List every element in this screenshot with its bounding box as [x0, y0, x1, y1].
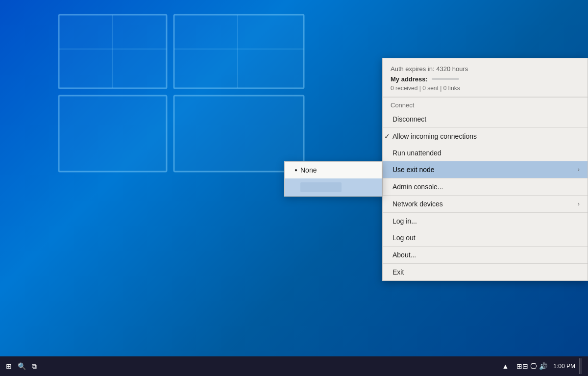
none-label: None [300, 166, 317, 174]
device-label [300, 182, 342, 192]
none-item[interactable]: ● None [285, 162, 382, 178]
clock-time: 1:00 PM [553, 362, 575, 371]
search-icon[interactable]: 🔍 [16, 360, 28, 372]
desktop: Auth expires in: 4320 hours My address: … [0, 0, 588, 376]
network-devices-label: Network devices [392, 200, 578, 208]
show-desktop-button[interactable] [579, 358, 582, 374]
run-unattended-label: Run unattended [392, 149, 580, 157]
svg-rect-1 [174, 15, 304, 88]
about-item[interactable]: About... [383, 247, 588, 263]
taskbar-volume-icon[interactable]: 🔊 [539, 362, 547, 370]
task-view-icon[interactable]: ⧉ [30, 360, 39, 373]
svg-rect-3 [174, 96, 304, 172]
taskbar-icons-group: ⊞⊟ 🖵 🔊 [514, 360, 549, 372]
connection-stats: 0 received | 0 sent | 0 links [391, 85, 580, 92]
disconnect-label: Disconnect [392, 115, 580, 123]
device-item[interactable] [285, 178, 382, 196]
taskbar-left: ⊞ 🔍 ⧉ [4, 360, 39, 373]
start-button[interactable]: ⊞ [4, 360, 14, 372]
menu-header: Auth expires in: 4320 hours My address: … [383, 58, 588, 97]
my-address-value [432, 78, 459, 80]
svg-rect-2 [59, 96, 167, 172]
use-exit-node-item[interactable]: Use exit node › ● None [383, 161, 588, 178]
network-devices-arrow-icon: › [578, 201, 580, 207]
exit-item[interactable]: Exit [383, 264, 588, 280]
admin-console-label: Admin console... [392, 183, 580, 191]
taskbar-right: ▲ ⊞⊟ 🖵 🔊 1:00 PM [500, 358, 584, 374]
windows-logo [54, 10, 309, 176]
network-devices-item[interactable]: Network devices › [383, 196, 588, 212]
run-unattended-item[interactable]: Run unattended [383, 145, 588, 161]
submenu-arrow-icon: › [578, 166, 580, 173]
taskbar: ⊞ 🔍 ⧉ ▲ ⊞⊟ 🖵 🔊 1:00 PM [0, 356, 588, 376]
tray-context-menu: Auth expires in: 4320 hours My address: … [382, 58, 588, 281]
disconnect-item[interactable]: Disconnect [383, 111, 588, 127]
connect-section-label: Connect [383, 98, 588, 111]
taskbar-display-icon[interactable]: 🖵 [530, 362, 537, 370]
log-in-label: Log in... [392, 217, 580, 225]
auth-expires: Auth expires in: 4320 hours [391, 64, 580, 75]
my-address-label: My address: [391, 75, 428, 83]
taskbar-clock[interactable]: 1:00 PM [553, 362, 575, 371]
log-out-item[interactable]: Log out [383, 229, 588, 246]
use-exit-node-label: Use exit node [392, 166, 578, 174]
about-label: About... [392, 251, 580, 259]
log-in-item[interactable]: Log in... [383, 213, 588, 229]
exit-label: Exit [392, 268, 580, 276]
system-tray-chevron[interactable]: ▲ [500, 360, 511, 372]
checkmark-icon: ✓ [383, 132, 392, 140]
admin-console-item[interactable]: Admin console... [383, 178, 588, 195]
allow-incoming-item[interactable]: ✓ Allow incoming connections [383, 128, 588, 145]
taskbar-network-icon[interactable]: ⊞⊟ [516, 362, 528, 370]
exit-node-submenu: ● None [284, 161, 382, 197]
log-out-label: Log out [392, 234, 580, 242]
allow-incoming-label: Allow incoming connections [392, 132, 580, 140]
bullet-icon: ● [292, 167, 300, 173]
